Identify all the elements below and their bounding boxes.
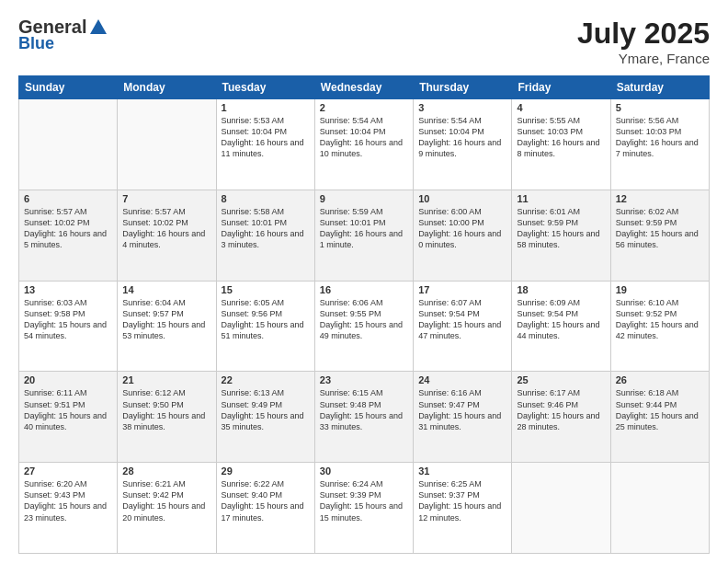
day-header-tuesday: Tuesday (216, 76, 314, 99)
day-info: Sunrise: 5:56 AM Sunset: 10:03 PM Daylig… (616, 115, 704, 160)
day-number: 6 (24, 193, 112, 204)
day-info: Sunrise: 5:54 AM Sunset: 10:04 PM Daylig… (418, 115, 506, 160)
calendar-header-row: SundayMondayTuesdayWednesdayThursdayFrid… (19, 76, 710, 99)
day-cell (512, 463, 610, 554)
day-cell (19, 99, 118, 190)
week-row-4: 20Sunrise: 6:11 AM Sunset: 9:51 PM Dayli… (19, 372, 710, 463)
day-header-saturday: Saturday (610, 76, 709, 99)
day-number: 22 (222, 374, 310, 385)
day-info: Sunrise: 5:57 AM Sunset: 10:02 PM Daylig… (122, 206, 210, 251)
day-info: Sunrise: 5:53 AM Sunset: 10:04 PM Daylig… (222, 115, 310, 160)
day-info: Sunrise: 6:09 AM Sunset: 9:54 PM Dayligh… (517, 297, 605, 342)
day-number: 20 (24, 374, 112, 385)
day-number: 15 (222, 284, 310, 295)
day-number: 19 (616, 284, 704, 295)
day-number: 31 (418, 465, 506, 477)
day-cell: 11Sunrise: 6:01 AM Sunset: 9:59 PM Dayli… (512, 190, 610, 281)
day-cell: 13Sunrise: 6:03 AM Sunset: 9:58 PM Dayli… (19, 281, 118, 372)
day-number: 26 (616, 374, 704, 385)
week-row-1: 1Sunrise: 5:53 AM Sunset: 10:04 PM Dayli… (19, 99, 710, 190)
day-cell: 5Sunrise: 5:56 AM Sunset: 10:03 PM Dayli… (610, 99, 709, 190)
day-cell: 3Sunrise: 5:54 AM Sunset: 10:04 PM Dayli… (414, 99, 512, 190)
day-cell (610, 463, 709, 554)
day-number: 25 (517, 374, 605, 385)
day-info: Sunrise: 6:02 AM Sunset: 9:59 PM Dayligh… (616, 206, 704, 251)
day-info: Sunrise: 6:18 AM Sunset: 9:44 PM Dayligh… (616, 387, 704, 432)
day-header-thursday: Thursday (414, 76, 512, 99)
day-header-wednesday: Wednesday (314, 76, 413, 99)
day-info: Sunrise: 6:10 AM Sunset: 9:52 PM Dayligh… (616, 297, 704, 342)
calendar-table: SundayMondayTuesdayWednesdayThursdayFrid… (18, 75, 710, 554)
svg-marker-0 (90, 19, 107, 34)
day-info: Sunrise: 6:12 AM Sunset: 9:50 PM Dayligh… (122, 387, 210, 432)
day-info: Sunrise: 5:55 AM Sunset: 10:03 PM Daylig… (517, 115, 605, 160)
day-cell: 18Sunrise: 6:09 AM Sunset: 9:54 PM Dayli… (512, 281, 610, 372)
day-cell: 14Sunrise: 6:04 AM Sunset: 9:57 PM Dayli… (118, 281, 216, 372)
day-cell: 1Sunrise: 5:53 AM Sunset: 10:04 PM Dayli… (216, 99, 314, 190)
day-info: Sunrise: 6:17 AM Sunset: 9:46 PM Dayligh… (517, 387, 605, 432)
title-area: July 2025 Ymare, France (577, 17, 710, 66)
day-number: 24 (418, 374, 506, 385)
day-cell: 15Sunrise: 6:05 AM Sunset: 9:56 PM Dayli… (216, 281, 314, 372)
day-info: Sunrise: 5:59 AM Sunset: 10:01 PM Daylig… (320, 206, 408, 251)
day-cell: 17Sunrise: 6:07 AM Sunset: 9:54 PM Dayli… (414, 281, 512, 372)
day-info: Sunrise: 6:00 AM Sunset: 10:00 PM Daylig… (418, 206, 506, 251)
day-number: 1 (222, 102, 310, 113)
day-info: Sunrise: 6:06 AM Sunset: 9:55 PM Dayligh… (320, 297, 408, 342)
day-number: 2 (320, 102, 408, 113)
day-header-sunday: Sunday (19, 76, 118, 99)
day-number: 4 (517, 102, 605, 113)
day-cell: 28Sunrise: 6:21 AM Sunset: 9:42 PM Dayli… (118, 463, 216, 554)
day-number: 3 (418, 102, 506, 113)
day-cell: 25Sunrise: 6:17 AM Sunset: 9:46 PM Dayli… (512, 372, 610, 463)
day-number: 17 (418, 284, 506, 295)
day-cell: 29Sunrise: 6:22 AM Sunset: 9:40 PM Dayli… (216, 463, 314, 554)
day-number: 9 (320, 193, 408, 204)
logo-icon (88, 17, 108, 38)
day-cell: 27Sunrise: 6:20 AM Sunset: 9:43 PM Dayli… (19, 463, 118, 554)
page: General Blue July 2025 Ymare, France Sun… (0, 0, 728, 563)
day-info: Sunrise: 6:03 AM Sunset: 9:58 PM Dayligh… (24, 297, 112, 342)
day-info: Sunrise: 6:11 AM Sunset: 9:51 PM Dayligh… (24, 387, 112, 432)
header: General Blue July 2025 Ymare, France (18, 17, 710, 66)
day-cell: 20Sunrise: 6:11 AM Sunset: 9:51 PM Dayli… (19, 372, 118, 463)
day-number: 12 (616, 193, 704, 204)
day-cell: 24Sunrise: 6:16 AM Sunset: 9:47 PM Dayli… (414, 372, 512, 463)
week-row-2: 6Sunrise: 5:57 AM Sunset: 10:02 PM Dayli… (19, 190, 710, 281)
day-info: Sunrise: 5:54 AM Sunset: 10:04 PM Daylig… (320, 115, 408, 160)
day-cell: 31Sunrise: 6:25 AM Sunset: 9:37 PM Dayli… (414, 463, 512, 554)
day-cell: 12Sunrise: 6:02 AM Sunset: 9:59 PM Dayli… (610, 190, 709, 281)
day-cell: 23Sunrise: 6:15 AM Sunset: 9:48 PM Dayli… (314, 372, 413, 463)
day-number: 7 (122, 193, 210, 204)
day-number: 8 (222, 193, 310, 204)
day-cell (118, 99, 216, 190)
day-cell: 10Sunrise: 6:00 AM Sunset: 10:00 PM Dayl… (414, 190, 512, 281)
day-info: Sunrise: 6:21 AM Sunset: 9:42 PM Dayligh… (122, 478, 210, 523)
day-cell: 2Sunrise: 5:54 AM Sunset: 10:04 PM Dayli… (314, 99, 413, 190)
week-row-3: 13Sunrise: 6:03 AM Sunset: 9:58 PM Dayli… (19, 281, 710, 372)
day-number: 18 (517, 284, 605, 295)
day-cell: 8Sunrise: 5:58 AM Sunset: 10:01 PM Dayli… (216, 190, 314, 281)
day-number: 13 (24, 284, 112, 295)
day-info: Sunrise: 6:25 AM Sunset: 9:37 PM Dayligh… (418, 478, 506, 523)
day-header-friday: Friday (512, 76, 610, 99)
day-cell: 6Sunrise: 5:57 AM Sunset: 10:02 PM Dayli… (19, 190, 118, 281)
day-info: Sunrise: 6:20 AM Sunset: 9:43 PM Dayligh… (24, 478, 112, 523)
day-cell: 22Sunrise: 6:13 AM Sunset: 9:49 PM Dayli… (216, 372, 314, 463)
logo: General Blue (18, 17, 110, 53)
day-cell: 21Sunrise: 6:12 AM Sunset: 9:50 PM Dayli… (118, 372, 216, 463)
day-number: 10 (418, 193, 506, 204)
logo-blue-text: Blue (18, 34, 54, 53)
day-cell: 19Sunrise: 6:10 AM Sunset: 9:52 PM Dayli… (610, 281, 709, 372)
day-cell: 30Sunrise: 6:24 AM Sunset: 9:39 PM Dayli… (314, 463, 413, 554)
calendar: SundayMondayTuesdayWednesdayThursdayFrid… (18, 75, 710, 554)
day-number: 14 (122, 284, 210, 295)
day-number: 23 (320, 374, 408, 385)
day-number: 5 (616, 102, 704, 113)
month-title: July 2025 (577, 17, 710, 51)
day-number: 29 (222, 465, 310, 477)
week-row-5: 27Sunrise: 6:20 AM Sunset: 9:43 PM Dayli… (19, 463, 710, 554)
day-cell: 9Sunrise: 5:59 AM Sunset: 10:01 PM Dayli… (314, 190, 413, 281)
day-info: Sunrise: 6:13 AM Sunset: 9:49 PM Dayligh… (222, 387, 310, 432)
day-number: 28 (122, 465, 210, 477)
